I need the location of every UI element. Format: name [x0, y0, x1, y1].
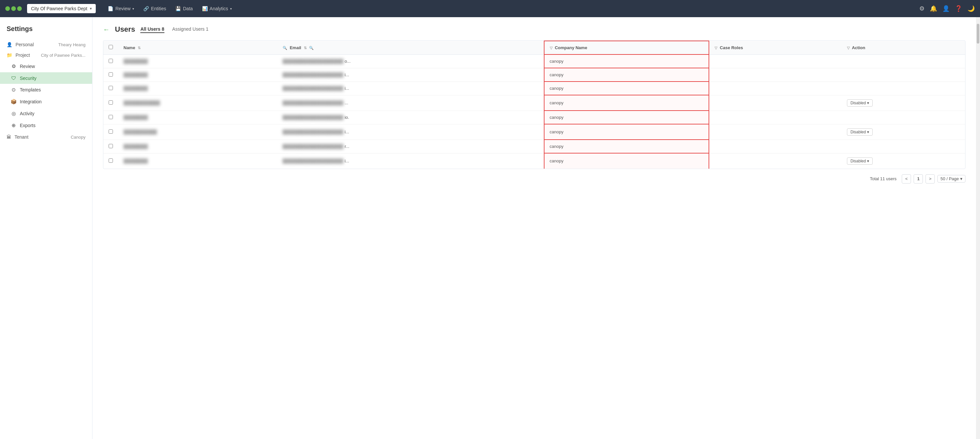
select-all-checkbox[interactable]	[109, 45, 113, 49]
email-value: ████████████████████	[283, 129, 344, 134]
tab-all-users[interactable]: All Users 8	[140, 26, 164, 33]
data-icon: 💾	[175, 6, 181, 11]
name-value: ████████	[124, 72, 148, 77]
workspace-selector[interactable]: City Of Pawnee Parks Dept ▾	[27, 4, 96, 13]
email-suffix: ...	[345, 100, 348, 105]
user-avatar-icon[interactable]: 👤	[942, 5, 950, 12]
nav-item-data[interactable]: 💾 Data	[171, 3, 197, 14]
email-filter-icon2[interactable]: 🔍	[309, 46, 314, 50]
row-checkbox[interactable]	[109, 144, 113, 148]
email-suffix: r...	[345, 144, 349, 149]
content-header: ← Users All Users 8 Assigned Users 1	[103, 25, 966, 34]
sidebar-item-templates[interactable]: ⊙ Templates	[0, 84, 92, 96]
bell-icon[interactable]: 🔔	[930, 5, 937, 12]
review-settings-icon: ⚙	[11, 64, 16, 69]
back-button[interactable]: ←	[103, 26, 110, 33]
row-name: ████████	[118, 81, 277, 95]
row-checkbox-cell	[103, 95, 118, 111]
current-page[interactable]: 1	[914, 174, 923, 183]
sidebar-item-activity[interactable]: ◎ Activity	[0, 108, 92, 119]
nav-item-entities[interactable]: 🔗 Entities	[139, 3, 170, 14]
row-action	[842, 68, 965, 81]
caseroles-column-label: Case Roles	[720, 45, 743, 50]
nav-item-analytics[interactable]: 📊 Analytics ▾	[198, 3, 236, 14]
action-badge-chevron-icon: ▾	[867, 130, 869, 134]
name-value: ████████	[124, 158, 148, 163]
sidebar: Settings 👤 Personal Theary Heang 📁 Proje…	[0, 17, 92, 439]
email-value: ████████████████████	[283, 115, 344, 120]
sidebar-item-exports[interactable]: ⊕ Exports	[0, 119, 92, 131]
row-company: canopy	[544, 140, 709, 153]
name-value: ████████████	[124, 100, 160, 105]
row-caseroles	[709, 81, 841, 95]
row-action	[842, 54, 965, 68]
row-checkbox[interactable]	[109, 158, 113, 163]
logo-circle-1	[5, 6, 10, 11]
header-row: Name ⇅ 🔍 Email ⇅ 🔍 ▽ Company Name	[103, 41, 965, 54]
prev-page-button[interactable]: <	[902, 174, 911, 183]
row-action	[842, 81, 965, 95]
row-checkbox-cell	[103, 124, 118, 140]
action-badge-label: Disabled	[851, 101, 866, 105]
sidebar-section-personal[interactable]: 👤 Personal Theary Heang	[0, 39, 92, 50]
folder-icon: 📁	[6, 52, 12, 58]
moon-icon[interactable]: 🌙	[967, 5, 975, 12]
row-checkbox-cell	[103, 68, 118, 81]
row-checkbox[interactable]	[109, 72, 113, 76]
topnav: City Of Pawnee Parks Dept ▾ 📄 Review ▾ 🔗…	[0, 0, 980, 17]
workspace-label: City Of Pawnee Parks Dept	[31, 6, 87, 11]
sidebar-section-project[interactable]: 📁 Project City of Pawnee Parks...	[0, 50, 92, 60]
row-checkbox[interactable]	[109, 129, 113, 134]
action-badge[interactable]: Disabled▾	[847, 129, 873, 136]
action-badge-chevron-icon: ▾	[867, 101, 869, 105]
total-count: Total 11 users	[870, 176, 896, 181]
row-name: ████████	[118, 140, 277, 153]
nav-entities-label: Entities	[151, 6, 166, 11]
company-column-label: Company Name	[555, 45, 587, 50]
row-checkbox[interactable]	[109, 100, 113, 105]
row-name: ████████	[118, 111, 277, 124]
settings-icon[interactable]: ⚙	[919, 5, 924, 12]
sidebar-item-integration[interactable]: 📦 Integration	[0, 96, 92, 108]
main-content: ← Users All Users 8 Assigned Users 1	[92, 17, 976, 439]
row-action: Disabled▾	[842, 153, 965, 169]
email-sort-icon[interactable]: ⇅	[304, 46, 307, 50]
help-icon[interactable]: ❓	[955, 5, 962, 12]
exports-icon: ⊕	[11, 122, 16, 129]
sidebar-item-security[interactable]: 🛡 Security	[0, 72, 92, 84]
next-page-button[interactable]: >	[926, 174, 935, 183]
email-value: ████████████████████	[283, 86, 344, 91]
tenant-icon: 🏛	[6, 134, 11, 140]
email-value: ████████████████████	[283, 144, 344, 149]
row-checkbox[interactable]	[109, 59, 113, 63]
logo-circle-2	[11, 6, 16, 11]
header-action: ▽ Action	[842, 41, 965, 54]
action-badge[interactable]: Disabled▾	[847, 99, 873, 107]
page-size-selector[interactable]: 50 / Page ▾	[937, 175, 966, 183]
company-value: canopy	[550, 115, 564, 120]
row-checkbox[interactable]	[109, 115, 113, 119]
scrollbar-thumb[interactable]	[977, 24, 979, 44]
row-email: ████████████████████ io.	[277, 111, 544, 124]
row-name: ████████	[118, 54, 277, 68]
row-name: ████████	[118, 68, 277, 81]
name-value: ████████	[124, 59, 148, 64]
row-checkbox-cell	[103, 81, 118, 95]
nav-item-review[interactable]: 📄 Review ▾	[104, 3, 138, 14]
action-badge[interactable]: Disabled▾	[847, 157, 873, 165]
row-checkbox-cell	[103, 140, 118, 153]
row-company: canopy	[544, 153, 709, 169]
all-users-label: All Users	[140, 26, 161, 32]
row-checkbox[interactable]	[109, 86, 113, 90]
review-icon: 📄	[108, 6, 113, 11]
scrollbar-area	[976, 17, 980, 439]
name-sort-icon[interactable]: ⇅	[138, 46, 141, 50]
sidebar-item-review[interactable]: ⚙ Review	[0, 60, 92, 72]
personal-section-label: 👤 Personal	[6, 42, 34, 47]
email-suffix: i...	[345, 72, 349, 77]
row-company: canopy	[544, 81, 709, 95]
tab-assigned-users[interactable]: Assigned Users 1	[172, 26, 209, 33]
sidebar-section-tenant[interactable]: 🏛 Tenant Canopy	[0, 131, 92, 143]
entities-icon: 🔗	[143, 6, 149, 11]
table-row: ████████ ████████████████████ i... canop…	[103, 81, 965, 95]
